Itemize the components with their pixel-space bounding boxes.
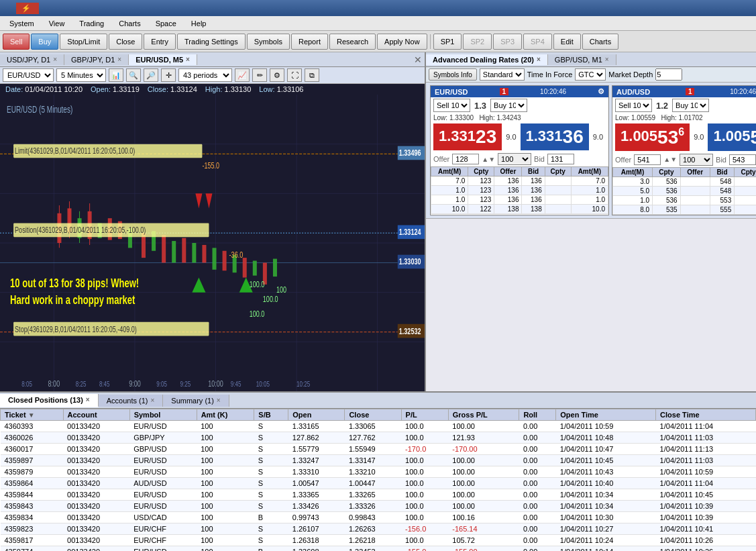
- col-sb[interactable]: S/B: [254, 409, 288, 421]
- table-row[interactable]: 4359817 00133420 EUR/CHF 100 S 1.26318 1…: [1, 535, 756, 546]
- chart-icon-maximize[interactable]: ⛶: [287, 68, 302, 82]
- col-roll[interactable]: Roll: [519, 409, 556, 421]
- chart-area[interactable]: 8:00 9:00 10:00 8:05 8:25 8:45 9:05 9:25…: [0, 95, 425, 391]
- menu-space[interactable]: Space: [149, 18, 183, 29]
- dealing-tab-gbpusd[interactable]: GBP/USD, M1 ×: [548, 54, 616, 65]
- table-row[interactable]: 4359843 00133420 EUR/USD 100 S 1.33426 1…: [1, 501, 756, 512]
- chart-tab-usdjpy[interactable]: USD/JPY, D1 ×: [0, 54, 64, 65]
- bottom-tab-summary-close[interactable]: ×: [217, 397, 221, 404]
- chart-tab-usdjpy-close[interactable]: ×: [53, 56, 57, 63]
- stop-limit-button[interactable]: Stop/Limit: [60, 34, 107, 50]
- buy-button[interactable]: Buy: [31, 34, 58, 50]
- menu-charts[interactable]: Charts: [112, 18, 147, 29]
- audusd-buy-qty[interactable]: Buy 10: [672, 99, 709, 112]
- col-opentime[interactable]: Open Time: [556, 409, 656, 421]
- research-button[interactable]: Research: [329, 34, 376, 50]
- symbol-select[interactable]: EUR/USD: [3, 68, 54, 82]
- eurusd-sell-rate[interactable]: 1.33123: [433, 123, 502, 150]
- bottom-tab-accounts[interactable]: Accounts (1) ×: [99, 395, 164, 407]
- sp2-button[interactable]: SP2: [463, 34, 492, 50]
- entry-button[interactable]: Entry: [144, 34, 176, 50]
- table-row[interactable]: 4359879 00133420 EUR/USD 100 S 1.33310 1…: [1, 466, 756, 478]
- col-symbol[interactable]: Symbol: [129, 409, 197, 421]
- chart-icon-draw[interactable]: ✏: [252, 68, 267, 82]
- market-depth-input[interactable]: [655, 68, 682, 81]
- chart-icon-zoom-out[interactable]: 🔎: [144, 68, 158, 82]
- positions-table-container[interactable]: Ticket ▼ Account Symbol Amt (K) S/B Open…: [0, 409, 756, 551]
- audusd-sell-rate[interactable]: 1.005536: [615, 123, 690, 151]
- menu-help[interactable]: Help: [184, 18, 213, 29]
- table-row[interactable]: 4359897 00133420 EUR/USD 100 S 1.33247 1…: [1, 455, 756, 466]
- bottom-tab-closed-close[interactable]: ×: [86, 396, 90, 403]
- table-row[interactable]: 4359864 00133420 AUD/USD 100 S 1.00547 1…: [1, 478, 756, 489]
- menu-view[interactable]: View: [42, 18, 72, 29]
- col-pl[interactable]: P/L: [401, 409, 448, 421]
- col-ticket[interactable]: Ticket ▼: [1, 409, 64, 421]
- eurusd-settings-icon[interactable]: ⚙: [598, 87, 604, 96]
- menu-system[interactable]: System: [3, 18, 41, 29]
- report-button[interactable]: Report: [291, 34, 328, 50]
- table-row[interactable]: 4359774 00133420 EUR/USD 100 B 1.33608 1…: [1, 546, 756, 552]
- col-open[interactable]: Open: [288, 409, 345, 421]
- chart-icon-settings[interactable]: ⚙: [270, 68, 284, 82]
- edit-button[interactable]: Edit: [553, 34, 581, 50]
- gtc-select[interactable]: GTC: [575, 68, 606, 81]
- dealing-tab-adv-close[interactable]: ×: [537, 56, 541, 63]
- bottom-tab-accounts-close[interactable]: ×: [150, 397, 154, 404]
- table-row[interactable]: 4359823 00133420 EUR/CHF 100 S 1.26107 1…: [1, 523, 756, 535]
- sell-button[interactable]: Sell: [3, 34, 30, 50]
- periods-select[interactable]: 43 periods: [178, 68, 232, 82]
- bottom-tab-closed[interactable]: Closed Positions (13) ×: [0, 394, 99, 407]
- apply-now-button[interactable]: Apply Now: [377, 34, 427, 50]
- chart-icon-indicator[interactable]: 📈: [235, 68, 250, 82]
- audusd-sell-qty[interactable]: Sell 10: [615, 99, 652, 112]
- chart-icon-zoom-in[interactable]: 🔍: [126, 68, 141, 82]
- col-closetime[interactable]: Close Time: [656, 409, 756, 421]
- cell-ticket: 4359817: [1, 535, 64, 546]
- audusd-offer-input[interactable]: [634, 154, 661, 165]
- timeframe-select[interactable]: 5 Minutes: [56, 68, 106, 82]
- table-row[interactable]: 4359844 00133420 EUR/USD 100 S 1.33365 1…: [1, 489, 756, 501]
- bottom-tab-summary[interactable]: Summary (1) ×: [163, 395, 229, 407]
- col-close[interactable]: Close: [345, 409, 401, 421]
- eurusd-offer-size[interactable]: 100: [498, 153, 531, 165]
- audusd-bid-input[interactable]: [729, 154, 756, 165]
- dealing-tab-adv[interactable]: Advanced Dealing Rates (20) ×: [426, 54, 548, 65]
- eurusd-sell-qty[interactable]: Sell 10: [433, 99, 470, 112]
- eurusd-live-btn[interactable]: 1: [500, 88, 509, 95]
- table-row[interactable]: 4359834 00133420 USD/CAD 100 B 0.99743 0…: [1, 512, 756, 523]
- trading-settings-button[interactable]: Trading Settings: [177, 34, 246, 50]
- eurusd-bid-input[interactable]: [547, 154, 574, 164]
- audusd-buy-rate[interactable]: 1.005548: [708, 123, 756, 151]
- col-account[interactable]: Account: [63, 409, 129, 421]
- standard-select[interactable]: Standard: [480, 68, 525, 81]
- col-amt[interactable]: Amt (K): [197, 409, 254, 421]
- eurusd-buy-qty[interactable]: Buy 10: [490, 99, 527, 112]
- symbols-button[interactable]: Symbols: [247, 34, 290, 50]
- table-row[interactable]: 4360026 00133420 GBP/JPY 100 S 127.862 1…: [1, 432, 756, 444]
- chart-icon-crosshair[interactable]: ✛: [161, 68, 176, 82]
- dealing-tab-gbpusd-close[interactable]: ×: [605, 56, 609, 63]
- chart-tab-gbpjpy[interactable]: GBP/JPY, D1 ×: [64, 54, 129, 65]
- sp1-button[interactable]: SP1: [433, 34, 462, 50]
- col-grosspl[interactable]: Gross P/L: [448, 409, 519, 421]
- table-row[interactable]: 4360393 00133420 EUR/USD 100 S 1.33165 1…: [1, 421, 756, 432]
- chart-icon-detach[interactable]: ⧉: [305, 68, 319, 82]
- sp3-button[interactable]: SP3: [493, 34, 522, 50]
- audusd-offer-size[interactable]: 100: [680, 154, 713, 166]
- sp4-button[interactable]: SP4: [523, 34, 552, 50]
- audusd-live-btn[interactable]: 1: [686, 88, 695, 95]
- eurusd-buy-rate[interactable]: 1.33136: [521, 123, 589, 150]
- symbols-info-btn[interactable]: Symbols Info: [429, 68, 477, 81]
- svg-text:10 out of 13 for 38 pips! Whew: 10 out of 13 for 38 pips! Whew!: [10, 276, 139, 290]
- close-button[interactable]: Close: [109, 34, 142, 50]
- chart-tab-gbpjpy-close[interactable]: ×: [117, 56, 121, 63]
- chart-tab-eurusd[interactable]: EUR/USD, M5 ×: [129, 54, 197, 65]
- chart-tab-eurusd-close[interactable]: ×: [186, 56, 190, 63]
- menu-trading[interactable]: Trading: [72, 18, 111, 29]
- eurusd-offer-input[interactable]: [452, 154, 479, 164]
- chart-icon-type[interactable]: 📊: [109, 68, 123, 82]
- chart-panel-expand[interactable]: ✕: [411, 54, 425, 65]
- charts-button[interactable]: Charts: [582, 34, 618, 50]
- table-row[interactable]: 4360017 00133420 GBP/USD 100 S 1.55779 1…: [1, 444, 756, 455]
